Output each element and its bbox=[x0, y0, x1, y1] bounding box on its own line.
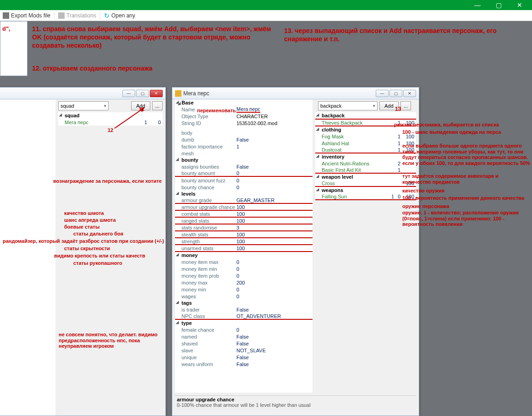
bounty-chance-value[interactable]: 0 bbox=[236, 185, 239, 190]
category-dropdown[interactable]: squad bbox=[58, 101, 109, 110]
squad-item-row[interactable]: Мега перс 1 0 bbox=[58, 119, 163, 126]
more-button[interactable]: ... bbox=[152, 101, 163, 110]
weapons-section-head[interactable]: weapons bbox=[315, 187, 416, 193]
strength-key: strength bbox=[181, 239, 236, 244]
money-section-head[interactable]: money bbox=[175, 252, 313, 258]
window-close-button[interactable]: ✕ bbox=[403, 90, 416, 97]
money-item-prob-value[interactable]: 0 bbox=[236, 273, 239, 279]
annotation-step-12: 12. открываем созданного персонажа bbox=[32, 64, 153, 72]
faction-importance-key: faction importance bbox=[181, 144, 236, 149]
bounty-fuzz-value[interactable]: 0 bbox=[236, 178, 239, 183]
weapons-item-row[interactable]: Falling Sun10100 bbox=[315, 193, 416, 200]
squad-left-pane bbox=[0, 99, 55, 416]
assigns-bounties-value[interactable]: False bbox=[236, 164, 249, 170]
unarmed-stats-value[interactable]: 100 bbox=[236, 246, 245, 251]
window-chrome[interactable]: Мега перс — ▢ ✕ bbox=[172, 88, 419, 99]
clothing-item-row[interactable]: Fog Mask1100 bbox=[315, 133, 416, 140]
window-maximize-button[interactable]: ▢ bbox=[389, 90, 402, 97]
item-col1: 1 bbox=[138, 120, 147, 125]
name-value[interactable]: Мега перс bbox=[236, 106, 260, 113]
window-minimize-button[interactable]: — bbox=[376, 90, 389, 97]
mesh-key[interactable]: mesh bbox=[181, 151, 236, 156]
wears-uniform-key: wears uniform bbox=[181, 361, 236, 367]
window-maximize-button[interactable]: ▢ bbox=[136, 90, 149, 97]
ranged-stats-value[interactable]: 100 bbox=[236, 218, 245, 224]
npc-class-key: NPC class bbox=[181, 313, 236, 319]
shaved-value[interactable]: False bbox=[236, 341, 249, 346]
squad-editor-window: — ▢ ✕ squad Add ... squad Мега перс 1 0 bbox=[0, 87, 166, 416]
squad-section-head[interactable]: squad bbox=[58, 112, 163, 119]
stats-randomise-value[interactable]: 3 bbox=[236, 225, 239, 230]
export-label: Export Mods file bbox=[11, 12, 50, 19]
open-any-icon: ↻ bbox=[104, 12, 110, 19]
window-minimize-button[interactable]: — bbox=[467, 0, 488, 10]
wages-value[interactable]: 0 bbox=[236, 294, 239, 299]
money-item-max-value[interactable]: 0 bbox=[236, 259, 239, 265]
dumb-value[interactable]: False bbox=[236, 137, 249, 142]
bounty-section-head[interactable]: bounty bbox=[175, 157, 313, 163]
bounty-amount-value[interactable]: 0 bbox=[236, 170, 239, 176]
annotation-inventory: тут задаётся содержимое инвентаря и коли… bbox=[402, 173, 526, 185]
refs-category-dropdown[interactable]: backpack bbox=[318, 101, 378, 110]
weapon-level-item-row[interactable]: Cross100 bbox=[315, 180, 416, 187]
money-min-key: money min bbox=[181, 287, 236, 292]
assigns-bounties-key: assigns bounties bbox=[181, 164, 236, 170]
armour-grade-key: armour grade bbox=[181, 197, 236, 203]
clothing-item-row[interactable]: Ashland Hat1100 bbox=[315, 140, 416, 147]
string-id-value: 1535102-002.mod bbox=[236, 120, 277, 126]
slave-value[interactable]: NOT_SLAVE bbox=[236, 348, 266, 353]
clothing-item-row[interactable]: Dustcoat1100 bbox=[315, 147, 416, 153]
window-chrome[interactable]: — ▢ ✕ bbox=[0, 88, 165, 99]
stealth-stats-value[interactable]: 100 bbox=[236, 232, 245, 237]
type-section-head[interactable]: type bbox=[175, 320, 313, 326]
window-minimize-button[interactable]: — bbox=[122, 90, 135, 97]
armour-upgrade-value[interactable]: 100 bbox=[236, 204, 245, 210]
property-description-box: armour upgrade chance 0-100% chance that… bbox=[175, 395, 416, 414]
window-close-button[interactable]: ✕ bbox=[150, 90, 163, 97]
annotation-quality: качество шмота bbox=[64, 210, 104, 216]
npc-class-value[interactable]: OT_ADVENTURER bbox=[236, 313, 281, 319]
annotation-wlevel: качество оружия bbox=[402, 188, 444, 194]
strength-value[interactable]: 100 bbox=[236, 239, 245, 244]
money-max-value[interactable]: 200 bbox=[236, 280, 245, 285]
combat-stats-key: combat stats bbox=[181, 211, 236, 217]
money-max-key: money max bbox=[181, 280, 236, 285]
refs-more-button[interactable]: ... bbox=[400, 101, 411, 110]
money-min-value[interactable]: 0 bbox=[236, 287, 239, 292]
levels-section-head[interactable]: levels bbox=[175, 191, 313, 197]
window-close-button[interactable]: ✕ bbox=[509, 0, 530, 10]
wears-uniform-value[interactable]: False bbox=[236, 361, 249, 367]
backpack-section-head[interactable]: backpack bbox=[315, 112, 416, 120]
window-restore-button[interactable]: ▢ bbox=[488, 0, 509, 10]
tags-section-head[interactable]: tags bbox=[175, 300, 313, 306]
translations-icon bbox=[58, 12, 65, 19]
app-titlebar: — ▢ ✕ bbox=[0, 0, 532, 10]
inventory-item-row[interactable]: Ancient Nutri-Rations2 bbox=[315, 160, 416, 167]
annotation-step-11: 11. справа снова выбираем squad, жмём Ad… bbox=[32, 25, 275, 50]
unarmed-stats-key: unarmed stats bbox=[181, 246, 236, 251]
open-any-button[interactable]: ↻ Open any bbox=[104, 12, 135, 19]
faction-importance-value[interactable]: 1 bbox=[236, 144, 239, 149]
inventory-section-head[interactable]: inventory bbox=[315, 153, 416, 160]
item-name: Мега перс bbox=[65, 120, 138, 125]
annotation-weapons-explain: оружие. 1 - количество; расположение ору… bbox=[402, 210, 526, 227]
annotation-wlevel100: 100 - вероятность применения данного кач… bbox=[402, 195, 531, 201]
money-item-min-value[interactable]: 0 bbox=[236, 266, 239, 272]
money-item-prob-key: money item prob bbox=[181, 273, 236, 279]
female-chance-value[interactable]: 0 bbox=[236, 327, 239, 333]
named-key: named bbox=[181, 334, 236, 339]
combat-stats-value[interactable]: 100 bbox=[236, 211, 245, 217]
inventory-item-row[interactable]: Basic First Aid Kit1 bbox=[315, 167, 416, 174]
base-section-head[interactable]: ◢ Base bbox=[175, 99, 313, 106]
armour-grade-value[interactable]: GEAR_MASTER bbox=[236, 197, 274, 203]
character-refs-pane: backpack Add ... backpack Thieves Backpa… bbox=[315, 99, 416, 393]
unique-value[interactable]: False bbox=[236, 355, 249, 360]
is-trader-value[interactable]: False bbox=[236, 307, 249, 312]
body-key[interactable]: body bbox=[181, 130, 236, 136]
export-mods-button[interactable]: Export Mods file bbox=[3, 12, 50, 19]
annotation-unarmed: статы рукопашного bbox=[73, 260, 122, 266]
translations-button[interactable]: Translations bbox=[58, 12, 96, 19]
named-value[interactable]: False bbox=[236, 334, 249, 339]
object-type-value: CHARACTER bbox=[236, 114, 268, 119]
weapon-level-section-head[interactable]: weapon level bbox=[315, 174, 416, 180]
